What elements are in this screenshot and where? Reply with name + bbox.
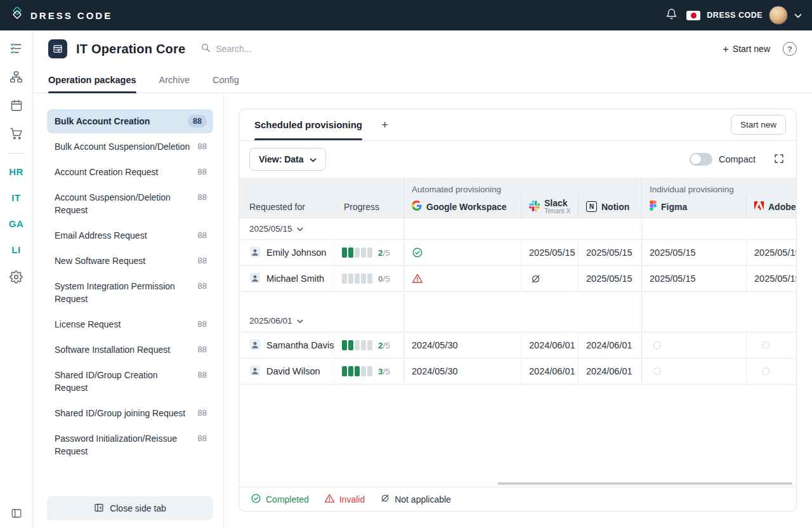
package-item[interactable]: Software Installation Request 88 <box>47 338 213 362</box>
status-pending-icon <box>641 333 746 358</box>
provision-date: 2024/06/01 <box>578 333 641 358</box>
not-applicable-label: Not applicable <box>395 494 451 505</box>
app-root: DRESS CODE DRESS CODE <box>0 0 812 528</box>
tab-scheduled-provisioning[interactable]: Scheduled provisioning <box>254 109 362 140</box>
start-new-button[interactable]: + Start new <box>723 44 770 55</box>
person-icon <box>249 246 261 260</box>
count-badge: 88 <box>188 115 207 128</box>
panel-collapse-icon <box>11 508 22 519</box>
status-not-applicable-icon <box>521 266 578 291</box>
rail-workflow-button[interactable] <box>10 70 23 84</box>
package-item[interactable]: Account Suspension/Deletion Request 88 <box>47 185 213 222</box>
progress-cell: 0/5 <box>334 266 403 291</box>
completed-icon <box>251 493 261 506</box>
table-group-header: Automated provisioning Individual provis… <box>239 178 796 195</box>
package-item[interactable]: Shared ID/Group joining Request 88 <box>47 401 213 425</box>
search-icon <box>200 43 211 55</box>
package-panel: Bulk Account Creation 88 Bulk Account Su… <box>33 93 224 528</box>
rail-calendar-button[interactable] <box>10 99 23 112</box>
close-panel-icon <box>94 503 104 515</box>
provision-date: 2024/06/01 <box>521 359 578 384</box>
count-badge: 88 <box>198 318 207 331</box>
compact-toggle[interactable] <box>690 153 712 166</box>
tab-config[interactable]: Config <box>213 67 239 93</box>
provision-date: 2024/05/30 <box>403 359 521 384</box>
table-row[interactable]: Michael Smith 0/5 <box>239 266 796 292</box>
table-row[interactable]: Samantha Davis 2/5 2024/05/30 2024/06/01… <box>239 333 796 359</box>
provision-date: 2025/05/15 <box>641 240 746 265</box>
count-badge: 88 <box>198 432 207 445</box>
package-item[interactable]: System Integration Permission Request 88 <box>47 274 213 311</box>
rail-collapse-button[interactable] <box>11 508 22 519</box>
status-legend: Completed Invalid <box>239 487 796 511</box>
package-item[interactable]: Bulk Account Suspension/Deletion 88 <box>47 135 213 159</box>
table-row[interactable]: David Wilson 3/5 2024/05/30 2024/06/01 2… <box>239 359 796 385</box>
avatar <box>769 6 788 25</box>
count-badge: 88 <box>198 191 207 204</box>
col-progress: Progress <box>334 195 403 218</box>
invalid-label: Invalid <box>339 494 365 505</box>
provision-date: 2025/05/15 <box>521 240 578 265</box>
tab-operation-packages[interactable]: Operation packages <box>48 67 136 93</box>
package-item[interactable]: Password Initialization/Reissue Request … <box>47 426 213 463</box>
expand-icon <box>773 153 785 166</box>
rail-tasks-button[interactable] <box>10 42 23 55</box>
count-badge: 88 <box>198 254 207 267</box>
google-icon <box>412 201 422 213</box>
rail-cart-button[interactable] <box>10 127 23 140</box>
requested-for-name: Michael Smith <box>266 274 324 284</box>
list-fade-overlay <box>33 466 223 495</box>
package-item[interactable]: Shared ID/Group Creation Request 88 <box>47 363 213 400</box>
group-automated: Automated provisioning <box>403 178 641 195</box>
notifications-button[interactable] <box>665 8 678 22</box>
horizontal-scrollbar[interactable] <box>497 482 792 485</box>
brand[interactable]: DRESS CODE <box>10 7 112 23</box>
fullscreen-button[interactable] <box>773 153 785 166</box>
date-group-toggle[interactable]: 2025/06/01 <box>239 292 403 332</box>
progress-cell: 3/5 <box>334 359 403 384</box>
start-new-label: Start new <box>733 44 770 54</box>
package-item[interactable]: License Request 88 <box>47 312 213 336</box>
col-google-workspace: Google Workspace <box>403 195 521 218</box>
rail-group-ga[interactable]: GA <box>9 218 24 229</box>
org-switcher[interactable]: DRESS CODE <box>686 6 802 25</box>
search-input[interactable] <box>216 44 330 54</box>
chevron-down-icon <box>310 154 317 164</box>
person-icon <box>249 339 261 352</box>
close-side-tab-button[interactable]: Close side tab <box>47 496 213 520</box>
person-icon <box>249 365 261 378</box>
close-side-tab-label: Close side tab <box>110 503 166 513</box>
provisioning-card: Scheduled provisioning + Start new View:… <box>239 109 797 512</box>
table-row[interactable]: Emily Johnson 2/5 2025/05/15 <box>239 240 796 266</box>
requested-for-name: Emily Johnson <box>266 248 326 258</box>
nav-tabs: Operation packages Archive Config <box>33 67 812 93</box>
package-item[interactable]: New Software Request 88 <box>47 249 213 273</box>
rail-divider <box>9 153 24 154</box>
provision-date: 2025/05/15 <box>746 240 796 265</box>
help-button[interactable]: ? <box>783 42 797 56</box>
page-header: IT Operation Core + Start new ? <box>33 30 812 67</box>
plus-icon: + <box>723 44 729 55</box>
date-group-toggle[interactable]: 2025/05/15 <box>239 218 403 239</box>
card-start-new-button[interactable]: Start new <box>731 115 786 135</box>
rail-group-it[interactable]: IT <box>11 192 20 203</box>
tab-archive[interactable]: Archive <box>159 67 190 93</box>
count-badge: 88 <box>198 166 207 178</box>
requested-for-name: Samantha Davis <box>266 340 334 350</box>
topbar: DRESS CODE DRESS CODE <box>0 0 812 30</box>
rail-group-hr[interactable]: HR <box>9 166 23 177</box>
count-badge: 88 <box>198 229 207 242</box>
package-item-bulk-account-creation[interactable]: Bulk Account Creation 88 <box>47 109 213 133</box>
figma-icon <box>650 201 657 213</box>
rail-settings-button[interactable] <box>10 270 23 284</box>
col-adobe: Adobe <box>746 195 796 218</box>
package-item[interactable]: Account Creation Request 88 <box>47 160 213 184</box>
view-selector-button[interactable]: View: Data <box>249 148 326 171</box>
provisioning-table: Automated provisioning Individual provis… <box>239 178 796 487</box>
add-tab-button[interactable]: + <box>381 119 388 131</box>
progress-cell: 2/5 <box>334 333 403 358</box>
rail-group-li[interactable]: LI <box>11 244 20 255</box>
package-item[interactable]: Email Address Request 88 <box>47 223 213 248</box>
completed-label: Completed <box>266 494 309 505</box>
provision-date: 2024/06/01 <box>578 359 641 384</box>
